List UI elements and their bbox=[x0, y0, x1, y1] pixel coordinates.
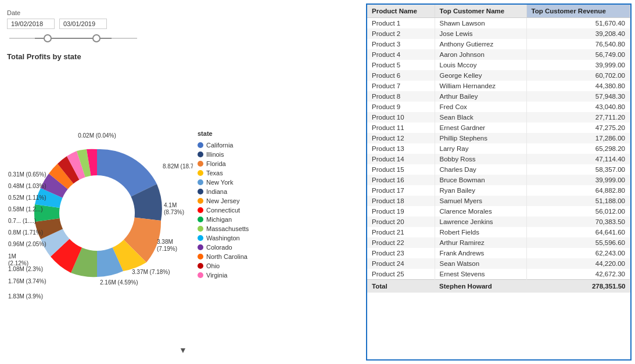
date-slider[interactable] bbox=[9, 33, 137, 44]
cell-revenue: 42,672.30 bbox=[526, 269, 630, 280]
legend-item-massachusetts[interactable]: Massachusetts bbox=[198, 225, 249, 232]
cell-customer: Phillip Stephens bbox=[435, 133, 526, 143]
table-header-row: Product Name Top Customer Name Top Custo… bbox=[367, 5, 630, 18]
cell-product: Product 15 bbox=[367, 164, 435, 175]
legend-item-newjersey[interactable]: New Jersey bbox=[198, 197, 249, 204]
legend-item-ohio[interactable]: Ohio bbox=[198, 262, 249, 269]
legend-label-massachusetts: Massachusetts bbox=[206, 225, 249, 232]
table-scroll-container[interactable]: Product Name Top Customer Name Top Custo… bbox=[367, 5, 630, 359]
legend-dot-florida bbox=[198, 161, 203, 167]
svg-text:4.1M: 4.1M bbox=[164, 202, 177, 208]
cell-product: Product 25 bbox=[367, 269, 435, 280]
legend-dot-virginia bbox=[198, 272, 203, 278]
legend-item-newyork[interactable]: New York bbox=[198, 179, 249, 186]
donut-chart[interactable]: 8.82M (18.77%) 4.1M (8.73%) 3.38M (7.19%… bbox=[7, 100, 193, 309]
cell-customer: Sean Black bbox=[435, 112, 526, 122]
legend-dot-washington bbox=[198, 235, 203, 241]
legend-item-texas[interactable]: Texas bbox=[198, 170, 249, 176]
cell-product: Product 24 bbox=[367, 258, 435, 269]
legend-label-michigan: Michigan bbox=[206, 216, 232, 223]
cell-revenue: 64,641.60 bbox=[526, 227, 630, 237]
cell-revenue: 39,999.00 bbox=[526, 175, 630, 185]
legend-item-colorado[interactable]: Colorado bbox=[198, 244, 249, 251]
legend-dot-colorado bbox=[198, 244, 203, 250]
legend-item-northcarolina[interactable]: North Carolina bbox=[198, 253, 249, 260]
col-header-product[interactable]: Product Name bbox=[367, 5, 435, 18]
legend-dot-indiana bbox=[198, 189, 203, 194]
svg-text:3.37M (7.18%): 3.37M (7.18%) bbox=[132, 269, 170, 275]
table-row: Product 22Arthur Ramirez55,596.60 bbox=[367, 237, 630, 248]
cell-product: Product 23 bbox=[367, 248, 435, 258]
cell-customer: Shawn Lawson bbox=[435, 18, 526, 29]
cell-customer: Clarence Morales bbox=[435, 206, 526, 217]
slider-thumb-right[interactable] bbox=[92, 34, 101, 42]
legend-item-illinois[interactable]: Illinois bbox=[198, 151, 249, 158]
svg-text:0.7... (1....): 0.7... (1....) bbox=[8, 218, 36, 224]
cell-customer: Frank Andrews bbox=[435, 248, 526, 258]
table-row: Product 9Fred Cox43,040.80 bbox=[367, 102, 630, 112]
legend-dot-illinois bbox=[198, 152, 203, 157]
legend-dot-texas bbox=[198, 170, 203, 176]
date-end-input[interactable]: 03/01/2019 bbox=[59, 19, 107, 29]
svg-text:3.38M: 3.38M bbox=[157, 239, 173, 245]
cell-revenue: 70,383.50 bbox=[526, 217, 630, 227]
legend-item-michigan[interactable]: Michigan bbox=[198, 216, 249, 223]
legend-item-california[interactable]: California bbox=[198, 142, 249, 149]
cell-product: Product 2 bbox=[367, 28, 435, 39]
legend-dot-massachusetts bbox=[198, 226, 203, 232]
cell-revenue: 51,670.40 bbox=[526, 18, 630, 29]
svg-text:1M: 1M bbox=[8, 253, 16, 260]
table-row: Product 12Phillip Stephens17,286.00 bbox=[367, 133, 630, 143]
date-section: Date 19/02/2018 03/01/2019 bbox=[7, 9, 359, 44]
legend-label-virginia: Virginia bbox=[206, 272, 228, 279]
cell-customer: Ernest Stevens bbox=[435, 269, 526, 280]
cell-revenue: 27,711.20 bbox=[526, 112, 630, 122]
cell-revenue: 17,286.00 bbox=[526, 133, 630, 143]
legend-item-washington[interactable]: Washington bbox=[198, 235, 249, 242]
cell-product: Product 8 bbox=[367, 91, 435, 102]
svg-text:0.48M (1.03%): 0.48M (1.03%) bbox=[8, 183, 46, 189]
cell-product: Product 6 bbox=[367, 70, 435, 81]
scroll-down-indicator[interactable]: ▼ bbox=[7, 345, 359, 355]
svg-text:2.16M (4.59%): 2.16M (4.59%) bbox=[100, 279, 138, 286]
legend-area: state California Illinois Florida Texas … bbox=[198, 130, 249, 279]
svg-point-0 bbox=[59, 175, 135, 251]
cell-revenue: 60,702.00 bbox=[526, 70, 630, 81]
cell-customer: Larry Ray bbox=[435, 143, 526, 154]
table-row: Product 6George Kelley60,702.00 bbox=[367, 70, 630, 81]
cell-revenue: 56,749.00 bbox=[526, 49, 630, 60]
table-row: Product 21Robert Fields64,641.60 bbox=[367, 227, 630, 237]
cell-product: Product 3 bbox=[367, 39, 435, 49]
legend-item-florida[interactable]: Florida bbox=[198, 160, 249, 167]
data-table: Product Name Top Customer Name Top Custo… bbox=[367, 5, 630, 293]
cell-customer: Robert Fields bbox=[435, 227, 526, 237]
legend-item-indiana[interactable]: Indiana bbox=[198, 188, 249, 195]
col-header-customer[interactable]: Top Customer Name bbox=[435, 5, 526, 18]
svg-text:(2.12%): (2.12%) bbox=[8, 260, 28, 266]
cell-revenue: 64,882.80 bbox=[526, 185, 630, 196]
cell-product: Product 19 bbox=[367, 206, 435, 217]
col-header-revenue[interactable]: Top Customer Revenue bbox=[526, 5, 630, 18]
scroll-down-icon[interactable]: ▼ bbox=[179, 345, 187, 355]
table-row: Product 17Ryan Bailey64,882.80 bbox=[367, 185, 630, 196]
legend-item-virginia[interactable]: Virginia bbox=[198, 272, 249, 279]
legend-label-newyork: New York bbox=[206, 179, 233, 186]
cell-product: Product 4 bbox=[367, 49, 435, 60]
cell-customer: Bruce Bowman bbox=[435, 175, 526, 185]
cell-revenue: 47,114.40 bbox=[526, 154, 630, 164]
legend-label-connecticut: Connecticut bbox=[206, 207, 240, 214]
cell-revenue: 62,243.00 bbox=[526, 248, 630, 258]
cell-revenue: 76,540.80 bbox=[526, 39, 630, 49]
legend-label-illinois: Illinois bbox=[206, 151, 224, 158]
cell-revenue: 47,275.20 bbox=[526, 122, 630, 133]
table-row: Product 18Samuel Myers51,188.00 bbox=[367, 196, 630, 206]
legend-label-florida: Florida bbox=[206, 160, 226, 167]
legend-item-connecticut[interactable]: Connecticut bbox=[198, 207, 249, 214]
table-row: Product 25Ernest Stevens42,672.30 bbox=[367, 269, 630, 280]
slider-thumb-left[interactable] bbox=[44, 34, 52, 42]
date-start-input[interactable]: 19/02/2018 bbox=[7, 19, 55, 29]
svg-text:(7.19%): (7.19%) bbox=[157, 246, 177, 252]
legend-label-colorado: Colorado bbox=[206, 244, 232, 251]
cell-customer: Fred Cox bbox=[435, 102, 526, 112]
cell-revenue: 56,012.00 bbox=[526, 206, 630, 217]
